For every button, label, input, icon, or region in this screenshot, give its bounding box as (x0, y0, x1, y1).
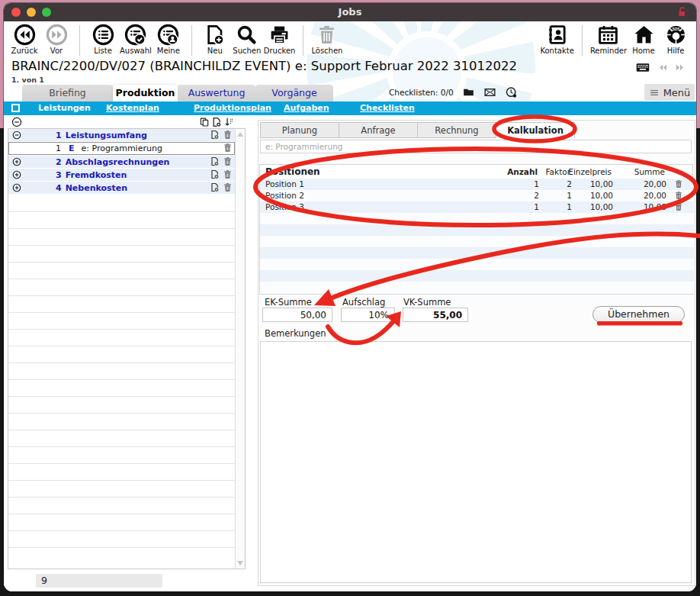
position-anzahl: 2 (534, 191, 539, 200)
doc-plus-icon[interactable] (210, 169, 220, 179)
subnav-leistungen[interactable]: Leistungen (38, 101, 91, 115)
trash-icon[interactable] (223, 182, 233, 192)
col-header-summe: Summe (634, 167, 665, 176)
bemerkungen-textarea[interactable] (260, 341, 692, 583)
expand-icon[interactable] (12, 170, 21, 179)
back-label: Zurück (11, 47, 38, 55)
aufschlag-field[interactable]: 10% (341, 308, 395, 322)
tree-row-programmierung[interactable]: 1 E e: Programmierung (8, 142, 235, 155)
envelope-icon[interactable] (483, 86, 496, 98)
doc-plus-icon (204, 24, 226, 46)
trash-icon[interactable] (674, 191, 683, 200)
position-row[interactable]: Position 3 1 1 10,00 10,00 (260, 201, 694, 213)
tree-row-nebenkosten[interactable]: 4 Nebenkosten (8, 182, 235, 194)
expand-icon[interactable] (12, 183, 21, 192)
sort-icon[interactable] (224, 117, 235, 127)
window-title: Jobs (4, 3, 696, 21)
my-items-button[interactable]: Meine (153, 24, 184, 55)
position-row[interactable]: Position 1 1 2 10,00 20,00 (260, 179, 694, 190)
position-row[interactable]: Position 2 2 1 10,00 20,00 (260, 190, 694, 201)
collapse-icon[interactable] (12, 130, 21, 140)
delete-button[interactable]: Löschen (311, 24, 342, 55)
toolbar-separator (79, 25, 80, 56)
empty-table-row (260, 247, 694, 259)
list-button[interactable]: Liste (88, 24, 118, 55)
magnifier-icon (236, 24, 258, 46)
copy-icon[interactable] (199, 117, 210, 127)
delete-label: Löschen (311, 47, 342, 55)
select-all-checkbox[interactable] (11, 104, 20, 112)
tab-briefing[interactable]: Briefing (22, 85, 113, 101)
subnav-kostenplan[interactable]: Kostenplan (106, 101, 159, 115)
tree-empty-row (8, 447, 235, 464)
search-button[interactable]: Suchen (232, 24, 262, 55)
tree-empty-row (8, 263, 235, 279)
tab-kalkulation[interactable]: Kalkulation (496, 122, 575, 138)
doc-plus-icon[interactable] (210, 156, 220, 166)
scroll-down-icon[interactable] (237, 561, 243, 565)
tab-rechnung[interactable]: Rechnung (417, 122, 496, 138)
chevron-double-left-icon[interactable] (657, 63, 669, 72)
keyboard-icon[interactable] (636, 62, 650, 73)
tree-row-code: E (69, 143, 75, 153)
tab-auswertung[interactable]: Auswertung (178, 85, 255, 101)
doc-plus-icon[interactable] (211, 117, 222, 127)
trash-icon[interactable] (674, 179, 683, 188)
subnav-checklisten[interactable]: Checklisten (360, 101, 415, 115)
trash-icon[interactable] (223, 169, 233, 179)
trash-icon[interactable] (223, 156, 233, 166)
tree-scrollbar[interactable] (235, 129, 245, 569)
selection-label: Auswahl (120, 47, 152, 55)
subnav-produktionsplan[interactable]: Produktionsplan (194, 101, 271, 115)
menu-button[interactable]: Menü (644, 84, 695, 101)
selection-button[interactable]: Auswahl (120, 24, 152, 55)
tree-empty-row (8, 531, 235, 548)
collapse-all-icon[interactable] (11, 117, 22, 127)
back-button[interactable]: Zurück (9, 24, 40, 55)
new-button[interactable]: Neu (200, 24, 230, 55)
trash-icon[interactable] (223, 130, 233, 140)
search-label: Suchen (233, 47, 261, 55)
chevron-double-right-icon[interactable] (674, 63, 686, 72)
contacts-button[interactable]: Kontakte (540, 24, 573, 55)
doc-plus-icon[interactable] (210, 130, 220, 140)
tab-produktion[interactable]: Produktion (113, 85, 178, 101)
folder-icon[interactable] (462, 86, 475, 98)
position-einzelpreis: 10,00 (590, 179, 613, 188)
forward-button[interactable]: Vor (41, 24, 72, 55)
trash-icon[interactable] (223, 143, 233, 153)
tree-empty-row (8, 279, 235, 296)
tab-planung[interactable]: Planung (260, 122, 339, 138)
uebernehmen-button[interactable]: Übernehmen (592, 306, 685, 323)
home-button[interactable]: Home (628, 24, 659, 55)
vk-summe-field[interactable]: 55,00 (403, 308, 468, 322)
tab-anfrage[interactable]: Anfrage (339, 122, 418, 138)
detail-panel: Planung Anfrage Rechnung Kalkulation e: … (258, 120, 695, 586)
trash-icon[interactable] (674, 202, 683, 211)
reminder-button[interactable]: Reminder (590, 24, 627, 55)
positions-table: Positionen Anzahl Faktor Einzelpreis Sum… (259, 164, 693, 295)
ek-summe-field[interactable]: 50,00 (262, 308, 332, 322)
page-number-field[interactable]: 9 (36, 574, 162, 588)
tree-row-number: 1 (56, 130, 62, 140)
help-label: Hilfe (667, 47, 685, 55)
new-label: Neu (207, 47, 223, 55)
scroll-up-icon[interactable] (237, 132, 243, 137)
doc-plus-icon[interactable] (210, 182, 220, 192)
tree-row-leistungsumfang[interactable]: 1 Leistungsumfang (8, 129, 235, 141)
tree-row-abschlagsrechnungen[interactable]: 2 Abschlagsrechnungen (8, 156, 235, 168)
menu-label: Menü (663, 87, 691, 98)
help-button[interactable]: SOS Hilfe (660, 24, 691, 55)
subnav-aufgaben[interactable]: Aufgaben (284, 101, 329, 115)
position-name: Position 2 (265, 191, 304, 200)
position-subtitle-field[interactable]: e: Programmierung (260, 140, 692, 153)
empty-table-row (260, 236, 694, 247)
expand-icon[interactable] (12, 157, 21, 166)
tree-toolbar (4, 116, 252, 128)
position-faktor: 1 (567, 202, 572, 211)
tab-vorgaenge[interactable]: Vorgänge (255, 85, 333, 101)
tree-row-fremdkosten[interactable]: 3 Fremdkosten (8, 169, 235, 181)
tree-empty-row (8, 414, 235, 430)
clock-icon[interactable] (505, 86, 518, 98)
print-button[interactable]: Drucken (264, 24, 296, 55)
